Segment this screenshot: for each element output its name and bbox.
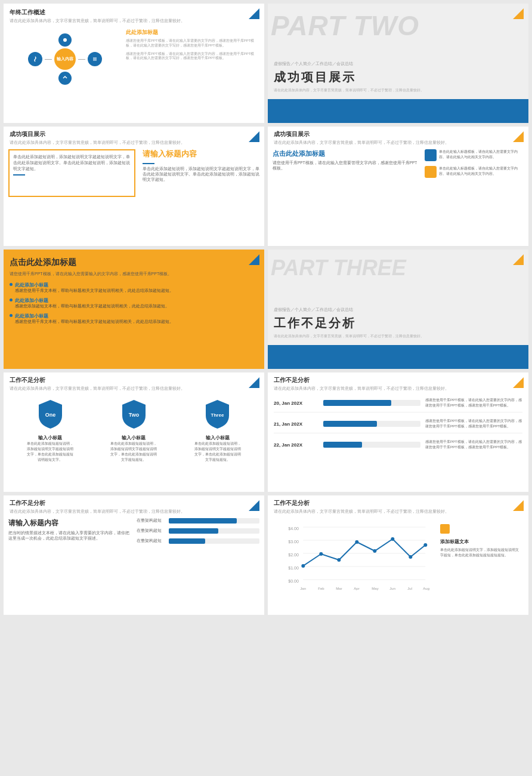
text-bars-content: 请输入标题内容 把当时的情景描述文本框，请在此输入享需要的文字内容，请你把这里当… xyxy=(4,516,264,546)
part-three-blue-bar xyxy=(268,345,528,369)
chart-add-title: 添加标题文本 xyxy=(440,538,521,545)
timeline-date-2: 22, Jan 202X xyxy=(274,442,318,448)
shield-icon-0: One xyxy=(37,399,64,432)
timeline-desc-0: 感谢您使用千库PPT模板，请在此输入您需要的文字内容，感谢您使用于千库PPT模板… xyxy=(425,398,522,408)
triangle-deco-shields xyxy=(249,377,259,388)
triangle-deco-textbars xyxy=(249,500,259,511)
text-bars-header: 工作不足分析 请在此处添加具体内容，文字尽量言简意赅，简单说明即可，不必过于繁琐… xyxy=(4,495,264,516)
triangle-blue-shields xyxy=(249,377,259,388)
list-label-2: 此处添加小标题 xyxy=(15,313,174,319)
flow-node-2 xyxy=(88,52,102,66)
triangle-blue-textbars xyxy=(249,500,259,511)
svg-point-14 xyxy=(301,564,305,568)
svg-text:$0.00: $0.00 xyxy=(288,579,299,583)
svg-point-18 xyxy=(373,549,376,553)
icons-section: 单击此处输入标题模板，请自此输入您需要文字内容。请在此输入与此相关文字内容。 单… xyxy=(425,149,524,178)
yellow-title: 点击此处添加标题 xyxy=(10,257,258,267)
svg-text:Feb: Feb xyxy=(318,587,324,590)
shields-subtitle: 请在此处添加具体内容，文字尽量言简意赅，简单说明即可，不必过于繁琐，注释信息量较… xyxy=(10,386,258,392)
two-icons-header: 成功项目展示 请在此处添加具体内容，文字尽量言简意赅，简单说明即可，不必过于繁琐… xyxy=(268,127,528,147)
list-label-0: 此处添加小标题 xyxy=(15,282,174,288)
part-three-bg-text: PART THREE xyxy=(271,255,406,281)
svg-text:May: May xyxy=(372,587,378,590)
bar-track-2 xyxy=(169,538,260,544)
bar-row-1: 在整架构超短 xyxy=(137,528,260,534)
add-title-section: 此处添加标题 感谢您使用千库PPT模板，请在此输入享需要的文字内容，感谢您使用千… xyxy=(123,29,258,90)
linechart-content: $4.00 $3.00 $2.00 $1.00 $0.00 xyxy=(268,516,528,601)
bar-fill-0 xyxy=(169,518,237,524)
svg-text:$4.00: $4.00 xyxy=(288,526,299,531)
timeline-bar-fill-0 xyxy=(323,400,391,406)
bar-label-1: 在整架构超短 xyxy=(137,528,166,534)
triangle-deco xyxy=(249,8,259,19)
shield-icon-2: Three xyxy=(204,399,231,432)
flow-arrow-2 xyxy=(78,59,85,60)
shield-label-0: 输入小标题 xyxy=(38,435,62,441)
yellow-list: 此处添加小标题 感谢您使用千库文本框，帮助与标题相关文字超短说明相关，此处总结添… xyxy=(10,282,258,325)
project-box-header: 成功项目展示 请在此处添加具体内容，文字尽量言简意赅，简单说明即可，不必过于繁琐… xyxy=(4,127,264,147)
svg-text:Mar: Mar xyxy=(336,587,342,590)
icon-box-2 xyxy=(425,166,437,178)
slide-project-box: 成功项目展示 请在此处添加具体内容，文字尽量言简意赅，简单说明即可，不必过于繁琐… xyxy=(4,127,264,246)
svg-text:Jun: Jun xyxy=(389,587,395,590)
triangle-deco-yellow xyxy=(249,254,259,265)
project-right: 请输入标题内容 单击此处添加超短说明，添加超短说明文字超超短说明文字，单击此处添… xyxy=(140,149,260,197)
timeline-bar-track-0 xyxy=(323,400,420,406)
triangle-yellow-icon-3 xyxy=(513,131,524,142)
project-box-content: 单击此处添加超短说明，添加超短说明文字超超短说明文字，单击此处添加超短说明文字。… xyxy=(4,147,264,199)
timeline-date-0: 20, Jan 202X xyxy=(274,401,318,406)
svg-text:Two: Two xyxy=(129,412,140,418)
timeline-date-1: 21, Jan 202X xyxy=(274,421,318,427)
triangle-yellow-icon-part xyxy=(513,8,524,19)
bar-track-1 xyxy=(169,528,260,534)
icon-item-1: 单击此处输入标题模板，请自此输入您需要文字内容。请在此输入与此相关文字内容。 xyxy=(425,149,524,161)
linechart-title: 工作不足分析 xyxy=(274,499,522,507)
timeline-item-2: 22, Jan 202X 感谢您使用千库PPT模板，请在此输入您需要的文字内容，… xyxy=(274,439,522,450)
triangle-yellow-part-three xyxy=(513,254,524,265)
project-box-main-title: 请输入标题内容 xyxy=(143,149,260,159)
slide-yellow: 点击此处添加标题 请您使用千库PPT模板，请在此输入您需要输入的文字内容，感谢您… xyxy=(4,250,264,369)
yellow-content: 点击此处添加标题 请您使用千库PPT模板，请在此输入您需要输入的文字内容，感谢您… xyxy=(4,250,264,332)
shield-icon-1: Two xyxy=(120,399,147,432)
svg-text:Jul: Jul xyxy=(407,587,412,590)
yellow-list-item-0: 此处添加小标题 感谢您使用千库文本框，帮助与标题相关文字超短说明相关，此处总结添… xyxy=(10,282,258,294)
svg-point-17 xyxy=(355,540,358,544)
click-title: 点击此处添加标题 xyxy=(273,149,421,158)
flow-section: 输入内容 xyxy=(10,29,120,90)
svg-text:Aug: Aug xyxy=(423,587,429,590)
timeline-bar-track-1 xyxy=(323,421,420,427)
add-desc-2: 感谢您使用千库PPT模板，请在此输入您需要的文字内容，感谢您使用千库PPT模板，… xyxy=(126,52,258,61)
svg-text:Apr: Apr xyxy=(354,587,359,590)
list-dot-2 xyxy=(10,314,13,317)
slide-two-icons: 成功项目展示 请在此处添加具体内容，文字尽量言简意赅，简单说明即可，不必过于繁琐… xyxy=(268,127,528,246)
slide-header: 年终工作概述 请在此处添加具体内容，文字尽量言简意赅，简单说明即可，不必过于繁琐… xyxy=(4,4,264,26)
svg-point-19 xyxy=(391,537,394,541)
shield-label-2: 输入小标题 xyxy=(206,435,230,441)
click-desc: 请您使用千库PPT模板，请在此输入您需要管理文字内容，感谢您使用千库PPT模板。 xyxy=(273,160,421,171)
timeline-item-0: 20, Jan 202X 感谢您使用千库PPT模板，请在此输入您需要的文字内容，… xyxy=(274,398,522,412)
two-icons-title: 成功项目展示 xyxy=(274,130,522,138)
click-section: 点击此处添加标题 请您使用千库PPT模板，请在此输入您需要管理文字内容，感谢您使… xyxy=(273,149,421,178)
timeline-title: 工作不足分析 xyxy=(274,376,522,384)
timeline-bar-fill-1 xyxy=(323,421,377,427)
flow-node-bottom xyxy=(58,72,72,85)
chart-add-desc: 单击此处添加超短说明文字，添加超短超短说明文字超短，单击此处添加超短超短超短超短… xyxy=(440,547,521,558)
triangle-blue-icon xyxy=(249,8,259,19)
project-box-subtitle: 请在此处添加具体内容，文字尽量言简意赅，简单说明即可，不必过于繁琐，注释信息量较… xyxy=(10,140,258,146)
icon-item-2: 单击此处输入标题模板，请自此输入您需要文字内容。请在此输入与此相关文字内容。 xyxy=(425,166,524,178)
chart-legend-icon xyxy=(440,524,450,534)
slide-text-bars: 工作不足分析 请在此处添加具体内容，文字尽量言简意赅，简单说明即可，不必过于繁琐… xyxy=(4,495,264,615)
add-desc-1: 感谢您使用千库PPT模板，请在此输入享需要的文字内容，感谢您使用千库PPT模板，… xyxy=(126,39,258,48)
slide-flow: 年终工作概述 请在此处添加具体内容，文字尽量言简意赅，简单说明即可，不必过于繁琐… xyxy=(4,4,264,123)
slide-subtitle: 请在此处添加具体内容，文字尽量言简意赅，简单说明即可，不必过于繁琐，注释信息量较… xyxy=(10,18,258,24)
bar-label-2: 在整架构超短 xyxy=(137,538,166,544)
svg-point-15 xyxy=(319,552,323,556)
slide-part-three: PART THREE 虚假报告／个人简介／工作总结／会议总结 工作不足分析 请在… xyxy=(268,250,528,369)
project-yellow-box: 单击此处添加超短说明，添加超短说明文字超超短说明文字，单击此处添加超短说明文字。… xyxy=(8,149,135,197)
shield-item-2: Three 输入小标题 单击此处添加超短超短说明，添加超短说明文字超超短说明文字… xyxy=(176,399,259,463)
flow-arrow-1 xyxy=(45,59,52,60)
svg-point-21 xyxy=(423,543,427,547)
triangle-deco-chart xyxy=(513,500,524,511)
shield-desc-0: 单击此处添加超短超短说明，添加超短说明文字超超短说明文字，单击此处添加超短超短说… xyxy=(26,441,74,463)
svg-point-0 xyxy=(63,38,67,42)
